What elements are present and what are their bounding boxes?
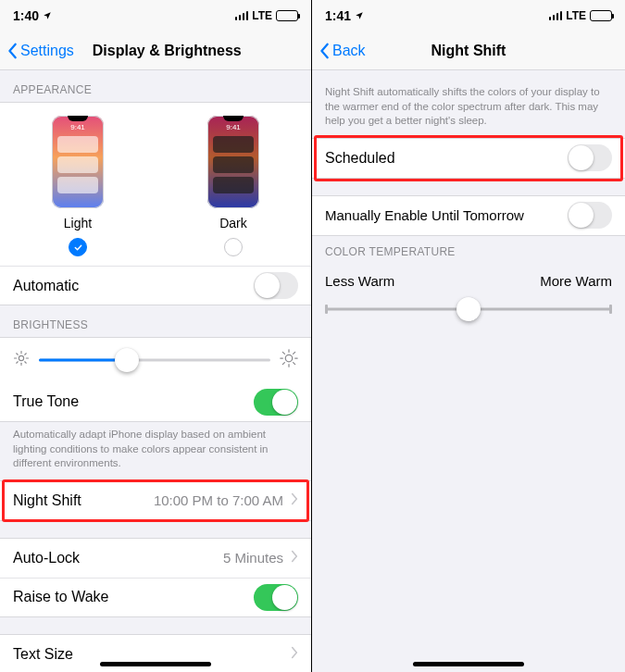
section-header-color-temp: COLOR TEMPERATURE: [312, 236, 625, 264]
auto-lock-value: 5 Minutes: [223, 550, 283, 566]
true-tone-label: True Tone: [13, 393, 79, 410]
raise-to-wake-label: Raise to Wake: [13, 589, 108, 605]
nav-bar: Settings Display & Brightness: [0, 31, 311, 70]
true-tone-footnote: Automatically adapt iPhone display based…: [0, 422, 311, 480]
manual-enable-toggle[interactable]: [568, 202, 612, 229]
back-button[interactable]: Settings: [7, 43, 74, 59]
home-indicator: [100, 662, 211, 666]
network-label: LTE: [252, 9, 272, 22]
nav-title: Display & Brightness: [93, 43, 242, 59]
appearance-option-light[interactable]: 9:41 Light: [52, 116, 104, 256]
cell-true-tone[interactable]: True Tone: [0, 382, 311, 421]
back-button[interactable]: Back: [319, 43, 366, 59]
svg-line-6: [25, 362, 27, 364]
preview-light: 9:41: [52, 116, 104, 208]
manual-enable-label: Manually Enable Until Tomorrow: [325, 207, 524, 223]
sun-min-icon: [13, 350, 30, 370]
raise-to-wake-toggle[interactable]: [254, 584, 298, 611]
location-icon: [355, 8, 364, 23]
home-indicator: [413, 662, 524, 666]
true-tone-toggle[interactable]: [254, 389, 298, 416]
night-shift-intro: Night Shift automatically shifts the col…: [312, 70, 625, 138]
automatic-label: Automatic: [13, 278, 79, 294]
brightness-slider-row: [0, 338, 311, 382]
more-warm-label: More Warm: [540, 273, 612, 289]
signal-icon: [235, 11, 249, 20]
appearance-label-light: Light: [64, 216, 92, 230]
text-size-label: Text Size: [13, 646, 73, 663]
chevron-left-icon: [7, 43, 19, 59]
svg-point-9: [285, 355, 293, 362]
chevron-right-icon: [291, 550, 298, 566]
appearance-option-dark[interactable]: 9:41 Dark: [207, 116, 259, 256]
preview-time: 9:41: [207, 123, 259, 131]
sun-max-icon: [280, 349, 298, 371]
manual-group: Manually Enable Until Tomorrow: [312, 195, 625, 236]
brightness-group: True Tone: [0, 337, 311, 422]
cell-scheduled[interactable]: Scheduled: [312, 139, 625, 178]
chevron-right-icon: [291, 646, 298, 663]
svg-line-14: [282, 352, 284, 354]
svg-point-0: [19, 355, 23, 360]
automatic-toggle[interactable]: [254, 272, 298, 299]
cell-automatic[interactable]: Automatic: [0, 266, 311, 305]
less-warm-label: Less Warm: [325, 273, 394, 289]
color-temp-group: Less Warm More Warm: [312, 264, 625, 339]
scheduled-group: Scheduled: [312, 138, 625, 179]
section-header-appearance: APPEARANCE: [0, 70, 311, 102]
battery-icon: [590, 10, 612, 21]
cell-night-shift[interactable]: Night Shift 10:00 PM to 7:00 AM: [0, 481, 311, 520]
radio-dark[interactable]: [224, 238, 243, 256]
cell-raise-to-wake[interactable]: Raise to Wake: [0, 578, 311, 616]
signal-icon: [549, 11, 563, 20]
color-temp-slider[interactable]: [325, 296, 612, 322]
svg-line-15: [294, 363, 295, 365]
brightness-slider[interactable]: [39, 347, 270, 373]
status-time: 1:41: [325, 8, 351, 23]
cell-auto-lock[interactable]: Auto-Lock 5 Minutes: [0, 539, 311, 578]
svg-line-16: [282, 363, 284, 365]
auto-lock-label: Auto-Lock: [13, 550, 80, 566]
screenshot-night-shift: 1:41 LTE Back Night Shift Night Shift au…: [312, 0, 625, 672]
scheduled-label: Scheduled: [325, 150, 395, 167]
night-shift-group: Night Shift 10:00 PM to 7:00 AM: [0, 480, 311, 521]
preview-dark: 9:41: [207, 116, 259, 208]
location-icon: [43, 8, 52, 23]
cell-manual-enable[interactable]: Manually Enable Until Tomorrow: [312, 196, 625, 235]
svg-line-7: [17, 362, 19, 364]
svg-line-5: [17, 354, 19, 355]
status-time: 1:40: [13, 8, 39, 23]
section-header-brightness: BRIGHTNESS: [0, 305, 311, 337]
night-shift-value: 10:00 PM to 7:00 AM: [154, 492, 283, 508]
nav-bar: Back Night Shift: [312, 31, 625, 70]
svg-line-8: [25, 354, 27, 355]
screenshot-display-brightness: 1:40 LTE Settings Display & Brightness A…: [0, 0, 312, 672]
preview-time: 9:41: [52, 123, 104, 131]
night-shift-label: Night Shift: [13, 492, 81, 509]
chevron-left-icon: [319, 43, 331, 59]
svg-line-17: [294, 352, 295, 354]
scheduled-toggle[interactable]: [568, 144, 612, 171]
lock-group: Auto-Lock 5 Minutes Raise to Wake: [0, 538, 311, 617]
appearance-label-dark: Dark: [219, 216, 247, 230]
back-label: Settings: [20, 43, 74, 59]
appearance-group: 9:41 Light 9:41 Dark: [0, 102, 311, 305]
back-label: Back: [332, 43, 366, 59]
status-bar: 1:40 LTE: [0, 0, 311, 31]
status-bar: 1:41 LTE: [312, 0, 625, 31]
battery-icon: [276, 10, 298, 21]
network-label: LTE: [566, 9, 586, 22]
chevron-right-icon: [291, 492, 298, 509]
radio-light[interactable]: [69, 238, 87, 256]
